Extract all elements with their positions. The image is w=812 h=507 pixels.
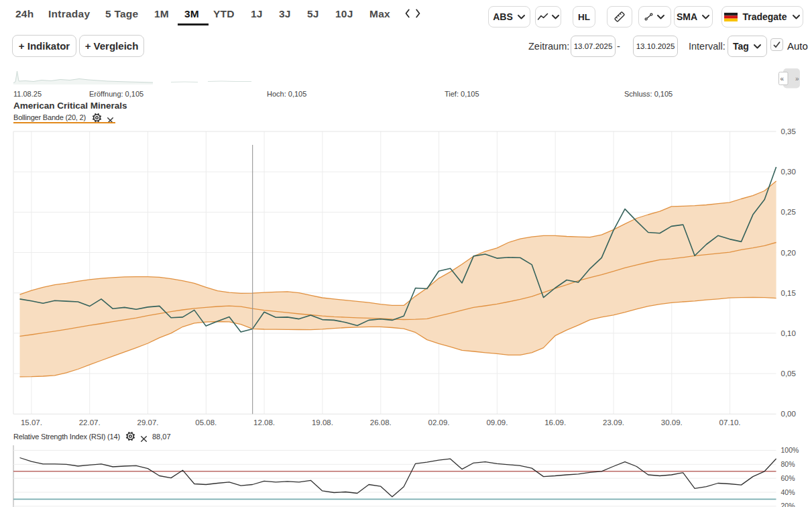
svg-text:»: » — [795, 75, 799, 82]
svg-text:07.10.: 07.10. — [719, 418, 741, 427]
svg-text:0,15: 0,15 — [781, 289, 796, 297]
svg-text:100%: 100% — [781, 446, 799, 454]
svg-text:0,20: 0,20 — [781, 249, 796, 257]
svg-text:02.09.: 02.09. — [428, 418, 450, 427]
svg-text:26.08.: 26.08. — [370, 418, 392, 427]
svg-text:40%: 40% — [781, 488, 795, 496]
svg-text:23.09.: 23.09. — [603, 418, 624, 427]
svg-text:«: « — [780, 75, 785, 82]
svg-text:22.07.: 22.07. — [79, 418, 101, 427]
svg-text:60%: 60% — [781, 474, 795, 482]
svg-text:0,25: 0,25 — [781, 208, 796, 216]
svg-text:12.08.: 12.08. — [253, 418, 275, 427]
svg-text:0,10: 0,10 — [781, 329, 796, 337]
svg-text:80%: 80% — [781, 460, 795, 468]
svg-text:09.09.: 09.09. — [486, 418, 508, 427]
svg-text:0,30: 0,30 — [781, 168, 796, 176]
svg-text:29.07.: 29.07. — [137, 418, 159, 427]
svg-text:19.08.: 19.08. — [312, 418, 333, 427]
svg-text:15.07.: 15.07. — [21, 418, 42, 427]
svg-text:05.08.: 05.08. — [195, 418, 217, 427]
svg-text:20%: 20% — [781, 502, 795, 507]
svg-text:30.09.: 30.09. — [661, 418, 683, 427]
svg-text:16.09.: 16.09. — [544, 418, 566, 427]
svg-text:0,05: 0,05 — [781, 370, 796, 378]
svg-text:0,00: 0,00 — [781, 410, 796, 418]
svg-text:0,35: 0,35 — [781, 127, 796, 135]
